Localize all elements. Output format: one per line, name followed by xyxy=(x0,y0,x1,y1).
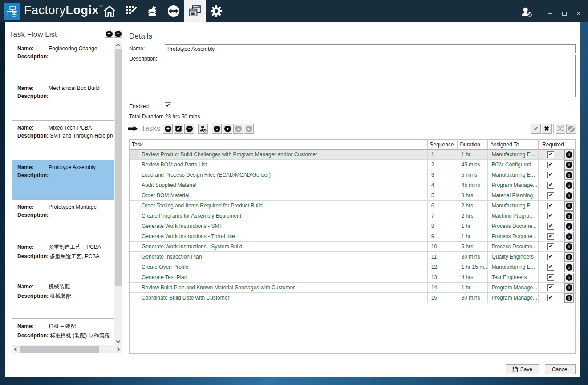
documents-icon[interactable] xyxy=(184,0,206,22)
transfer-circle-icon[interactable] xyxy=(163,0,184,22)
column-header-assigned-to[interactable]: Assigned To xyxy=(488,140,539,149)
task-name-cell[interactable]: Review BOM and Parts List xyxy=(139,160,419,170)
logout-user-icon[interactable] xyxy=(520,6,534,19)
duration-cell[interactable]: 2 hrs xyxy=(458,201,488,211)
move-down-button[interactable]: ▼ xyxy=(223,124,232,134)
duration-cell[interactable]: 45 mins xyxy=(458,160,488,170)
required-checkbox[interactable]: ✔ xyxy=(547,223,554,230)
required-checkbox[interactable]: ✔ xyxy=(547,274,554,281)
task-name-cell[interactable]: Generate Inspection Plan xyxy=(139,252,419,262)
vertical-scrollbar[interactable] xyxy=(114,41,122,345)
assigned-to-cell[interactable]: Manufacturing E... xyxy=(488,150,539,159)
minimize-button[interactable] xyxy=(546,9,554,17)
task-row[interactable]: Order Tooling and Items Required for Pro… xyxy=(130,201,575,211)
home-icon[interactable] xyxy=(99,0,120,22)
task-name-cell[interactable]: Load and Process Design Files (ECAD/MCAD… xyxy=(139,170,419,180)
required-checkbox[interactable]: ✔ xyxy=(547,213,554,219)
duration-cell[interactable]: 30 mins xyxy=(458,293,488,303)
assign-person-button[interactable] xyxy=(198,124,208,134)
column-header-task[interactable]: Task xyxy=(130,140,419,149)
task-row[interactable]: Generate Work Instructions - Thru-Hole 9… xyxy=(130,231,575,242)
info-button[interactable]: i xyxy=(564,232,574,241)
row-header-cell[interactable] xyxy=(130,231,139,241)
task-row[interactable]: Create Programs for Assembly Equipment 7… xyxy=(130,211,575,221)
vertical-scroll-thumb[interactable] xyxy=(115,49,122,286)
row-header-cell[interactable] xyxy=(130,170,139,180)
task-row[interactable]: Generate Test Plan 13 4 hrs Test Enginee… xyxy=(130,272,575,283)
row-header-cell[interactable] xyxy=(130,262,139,272)
task-name-cell[interactable]: Generate Work Instructions - Thru-Hole xyxy=(139,231,419,241)
row-header-cell[interactable] xyxy=(130,252,139,262)
required-checkbox[interactable]: ✔ xyxy=(547,162,554,168)
duration-cell[interactable]: 45 mins xyxy=(458,180,488,190)
duration-cell[interactable]: 5 mins xyxy=(458,170,488,180)
required-checkbox[interactable]: ✔ xyxy=(547,233,554,240)
duration-cell[interactable]: 1 hr xyxy=(458,231,488,241)
row-header-cell[interactable] xyxy=(130,180,139,190)
row-header-cell[interactable] xyxy=(130,293,139,303)
assigned-to-cell[interactable]: Test Engineers xyxy=(488,272,539,282)
task-row[interactable]: Generate Work Instructions - System Buil… xyxy=(130,242,575,252)
sequence-cell[interactable]: 14 xyxy=(428,283,458,292)
scroll-down-icon[interactable] xyxy=(116,339,121,344)
task-flow-list-item[interactable]: Name:多重制造工艺 – PCBA Description:多重制造工艺, P… xyxy=(12,239,114,279)
task-flow-list-item[interactable]: Name:Prototype Assembly Description: xyxy=(12,160,114,200)
horizontal-scrollbar[interactable] xyxy=(12,345,122,353)
task-name-cell[interactable]: Review Product Build Challenges with Pro… xyxy=(139,150,419,159)
info-button[interactable]: i xyxy=(564,201,574,211)
uncheck-all-button[interactable]: ✖ xyxy=(542,124,552,134)
sequence-cell[interactable]: 10 xyxy=(428,242,458,251)
task-flow-list-item[interactable]: Name:Prototypen Montage Description: xyxy=(12,200,114,239)
required-checkbox[interactable]: ✔ xyxy=(547,192,554,199)
remove-task-button[interactable]: − xyxy=(184,124,194,134)
task-row[interactable]: Load and Process Design Files (ECAD/MCAD… xyxy=(130,170,575,180)
sequence-cell[interactable]: 3 xyxy=(428,170,458,180)
task-row[interactable]: Review BOM and Parts List 2 45 mins BOM … xyxy=(130,160,575,170)
maximize-button[interactable] xyxy=(560,9,568,17)
info-button[interactable]: i xyxy=(564,242,574,251)
required-checkbox[interactable]: ✔ xyxy=(547,243,554,250)
column-header-duration[interactable]: Duration xyxy=(458,140,488,149)
task-name-cell[interactable]: Create Oven Profile xyxy=(139,262,419,272)
sequence-cell[interactable]: 13 xyxy=(428,272,458,282)
close-button[interactable]: × xyxy=(575,9,583,17)
task-name-cell[interactable]: Generate Work Instructions - System Buil… xyxy=(139,242,419,251)
name-input[interactable] xyxy=(165,44,576,53)
task-row[interactable]: Order BOM Material 5 3 hrs Material Plan… xyxy=(130,190,575,201)
task-name-cell[interactable]: Review Build Plan and Known Material Sho… xyxy=(139,283,419,292)
sequence-cell[interactable]: 15 xyxy=(428,293,458,303)
assigned-to-cell[interactable]: Process Docume... xyxy=(488,231,539,241)
task-name-cell[interactable]: Generate Work Instructions - SMT xyxy=(139,221,419,231)
assigned-to-cell[interactable]: Process Docume... xyxy=(488,242,539,251)
sequence-cell[interactable]: 8 xyxy=(428,221,458,231)
task-flow-list-item[interactable]: Name:样机 – 装配 Description:标准样机 (装配) 制作流程 xyxy=(12,319,114,345)
task-row[interactable]: Generate Inspection Plan 11 30 mins Qual… xyxy=(130,252,575,262)
task-flow-list-item[interactable]: Name:Mixed Tech-PCBA Description:SMT and… xyxy=(12,121,114,160)
shuffle-button[interactable] xyxy=(556,124,565,134)
assigned-to-cell[interactable]: Program Manage... xyxy=(488,293,539,303)
enabled-checkbox[interactable]: ✔ xyxy=(165,102,171,109)
task-row[interactable]: Coordinate Build Date with Customer 15 3… xyxy=(130,293,575,303)
assigned-to-cell[interactable]: BOM Configurati... xyxy=(488,160,539,170)
task-flow-list-item[interactable]: Name:机械装配 Description:机械装配 xyxy=(12,279,114,319)
sequence-cell[interactable]: 7 xyxy=(428,211,458,221)
task-row[interactable]: Generate Work Instructions - SMT 8 1 hr … xyxy=(130,221,575,231)
move-up-button[interactable]: ▲ xyxy=(212,124,222,134)
column-header-required[interactable]: Required xyxy=(539,140,563,149)
required-checkbox[interactable]: ✔ xyxy=(547,264,554,271)
task-name-cell[interactable]: Order BOM Material xyxy=(139,190,419,200)
horizontal-scroll-thumb[interactable] xyxy=(20,346,99,353)
sequence-cell[interactable]: 6 xyxy=(428,201,458,211)
add-task-flow-button[interactable]: + xyxy=(105,30,113,38)
info-button[interactable]: i xyxy=(564,160,574,170)
assigned-to-cell[interactable]: Manufacturing E... xyxy=(488,170,539,180)
assigned-to-cell[interactable]: Machine Progra... xyxy=(488,211,539,221)
sequence-cell[interactable]: 12 xyxy=(428,262,458,272)
row-header-cell[interactable] xyxy=(130,150,139,159)
move-left-button[interactable]: ◀ xyxy=(233,124,243,134)
info-button[interactable]: i xyxy=(564,181,574,190)
duration-cell[interactable]: 30 mins xyxy=(458,252,488,262)
task-name-cell[interactable]: Coordinate Build Date with Customer xyxy=(139,293,419,303)
info-button[interactable]: i xyxy=(564,191,574,200)
row-header-cell[interactable] xyxy=(130,211,139,221)
